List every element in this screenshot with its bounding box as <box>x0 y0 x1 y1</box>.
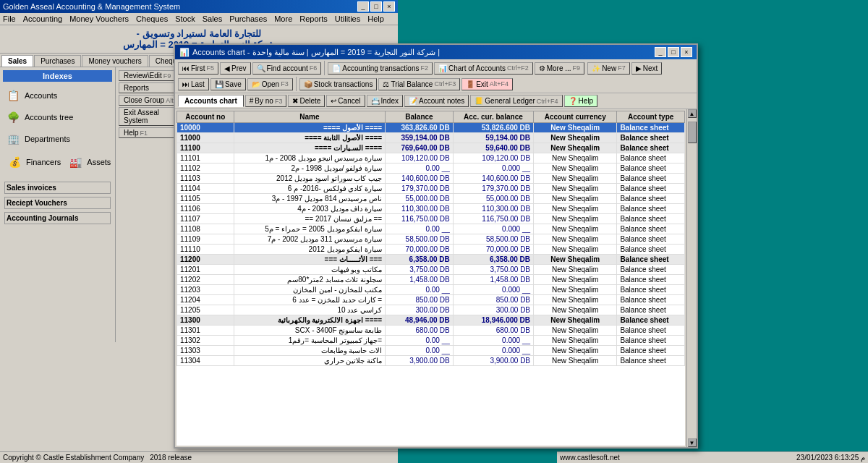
account-notes-button[interactable]: 📝 Account notes <box>404 95 469 107</box>
accounts-table-container[interactable]: Account no Name Balance Acc. cur. balanc… <box>176 111 685 446</box>
more-icon: ⚙ <box>539 64 545 72</box>
open-button[interactable]: 📂 Open F3 <box>247 78 293 90</box>
modal-maximize-button[interactable]: □ <box>668 47 679 57</box>
menu-stock[interactable]: Stock <box>175 14 195 23</box>
table-row[interactable]: 11201مكاتب وبو فيهات3,750.00 DB3,750.00 … <box>177 265 685 275</box>
sidebar-accounts[interactable]: 📋 Accounts <box>3 85 112 106</box>
save-button[interactable]: 💾 Save <box>210 78 246 90</box>
table-cell: سيارة مرسيدس انيجو موديل 2008 - م1 <box>234 153 386 163</box>
table-row[interactable]: 11103جيب كاب سوراتو اسود موديل 2012140,6… <box>177 174 685 184</box>
sidebar-assets[interactable]: 🏭 Assets <box>65 151 112 173</box>
app-title: Golden Asseal Accounting & Management Sy… <box>3 2 180 11</box>
save-icon: 💾 <box>215 80 224 88</box>
cancel-button[interactable]: ↩ Cancel <box>326 95 365 107</box>
table-cell: 680.00 DB <box>453 326 533 336</box>
accounts-chart-label: Accounts chart <box>184 97 237 105</box>
prev-button[interactable]: ◀ Prev <box>220 62 251 75</box>
last-button[interactable]: ⏭ Last <box>178 78 209 90</box>
menu-sales[interactable]: Sales <box>203 14 223 23</box>
table-row[interactable]: 11204= كارات حديد للمخزن = عدد 6850.00 D… <box>177 295 685 305</box>
sidebar-departments[interactable]: 🏢 Departments <box>3 128 112 150</box>
cancel-icon: ↩ <box>331 97 336 105</box>
new-key: F7 <box>618 64 626 72</box>
table-cell: New Sheqalim <box>534 326 617 336</box>
table-cell: 6,358.00 DB <box>386 255 454 265</box>
minimize-button[interactable]: _ <box>357 1 369 12</box>
table-cell: 59,194.00 DB <box>453 133 533 143</box>
table-row[interactable]: 11104سيارة كادي فولكس -2016- م 6179,370.… <box>177 184 685 194</box>
tab-purchases[interactable]: Purchases <box>34 55 81 67</box>
table-row[interactable]: 11300==== اجهزة الالكترونية والكهربائية4… <box>177 315 685 326</box>
table-row[interactable]: 11203مكتب للمخازن - امين المخازن0.00 __0… <box>177 285 685 295</box>
table-row[interactable]: 11202سجلونة ثلاث مسابد 2متر*80سم1,458.00… <box>177 275 685 285</box>
menu-money-vouchers[interactable]: Money Vouchers <box>69 14 129 23</box>
table-row[interactable]: 10000==== الأصول ====363,826.60 DB53,826… <box>177 123 685 133</box>
table-cell: New Sheqalim <box>534 174 617 184</box>
stock-button[interactable]: 📦 Stock transactions <box>299 78 378 90</box>
scroll-track[interactable] <box>688 118 697 438</box>
acc-trans-button[interactable]: 📄 Accounting transactions F2 <box>328 62 433 75</box>
menu-accounting[interactable]: Accounting <box>23 14 62 23</box>
table-row[interactable]: 11110سيارة ايفكو موديل 201270,000.00 DB7… <box>177 245 685 255</box>
acc-trans-icon: 📄 <box>332 64 341 72</box>
table-scrollbar[interactable]: ▲ ▼ <box>686 109 697 447</box>
table-row[interactable]: 11301طابعة ساسونج SCX - 3400F680.00 DB68… <box>177 326 685 336</box>
menu-reports[interactable]: Reports <box>299 14 328 23</box>
scroll-down-button[interactable]: ▼ <box>688 438 697 447</box>
first-button[interactable]: ⏮ First F5 <box>178 62 218 75</box>
scroll-up-button[interactable]: ▲ <box>688 109 697 118</box>
more-button[interactable]: ⚙ More ... F9 <box>535 62 584 75</box>
tab-money-vouchers[interactable]: Money vouchers <box>82 55 148 67</box>
sidebar-accounts-tree[interactable]: 🌳 Accounts tree <box>3 106 112 128</box>
menu-more[interactable]: More <box>274 14 292 23</box>
maximize-button[interactable]: □ <box>370 1 382 12</box>
table-row[interactable]: 11205كراسي عدد 10300.00 DB300.00 DBNew S… <box>177 305 685 315</box>
next-button[interactable]: ▶ Next <box>631 62 663 75</box>
sidebar-financers[interactable]: 💰 Financers <box>4 151 62 173</box>
table-row[interactable]: 11105ناص مرسيدس 814 موديل 1997 - م355,00… <box>177 194 685 204</box>
table-row[interactable]: 11106سيارة داف موديل 2003 - م4110,300.00… <box>177 204 685 214</box>
find-account-button[interactable]: 🔍 Find account F6 <box>252 62 322 75</box>
table-cell: New Sheqalim <box>534 133 617 143</box>
table-cell: Balance sheet <box>617 346 685 356</box>
exit-button[interactable]: 🚪 Exit Alt+F4 <box>461 78 513 90</box>
table-row[interactable]: 11107== مزليق نيسان 2017 ==116,750.00 DB… <box>177 214 685 224</box>
scroll-thumb[interactable] <box>688 122 697 143</box>
new-button[interactable]: ✨ New F7 <box>587 62 630 75</box>
menu-purchases[interactable]: Purchases <box>229 14 267 23</box>
table-row[interactable]: 11303الات حاسبة وطابعات0.00 __0.000 __Ne… <box>177 346 685 356</box>
toolbar-sep-1 <box>324 61 325 75</box>
index-button[interactable]: 📇 Index <box>367 95 403 107</box>
table-row[interactable]: 11304ماكنة جلاتين حراري3,900.00 DB3,900.… <box>177 356 685 366</box>
modal-close-button[interactable]: × <box>681 47 692 57</box>
accounts-tree-label: Accounts tree <box>25 113 73 122</box>
table-row[interactable]: 11109سيارة مرسيدس 311 موديل 2002 - م758,… <box>177 234 685 245</box>
trial-balance-button[interactable]: ⚖ Trial Balance Ctrl+F3 <box>378 78 460 90</box>
help2-button[interactable]: ❓ Help <box>564 95 598 107</box>
table-row[interactable]: 11200=== الأثـــــاث ===6,358.00 DB6,358… <box>177 255 685 265</box>
tab-sales[interactable]: Sales <box>1 55 33 67</box>
menu-cheques[interactable]: Cheques <box>136 14 168 23</box>
modal-title-bar[interactable]: 📊 Accounts chart - شركة النور التجارية =… <box>175 45 697 59</box>
table-row[interactable]: 11108سيارة ايفكو موديل 2005 = حمراء = م5… <box>177 224 685 234</box>
by-no-button[interactable]: # By no F3 <box>245 95 287 107</box>
table-cell: 11304 <box>177 356 234 366</box>
delete-button[interactable]: ✖ Delete <box>288 95 325 107</box>
table-row[interactable]: 11101سيارة مرسيدس انيجو موديل 2008 - م11… <box>177 153 685 163</box>
accounts-chart-tab[interactable]: Accounts chart <box>178 95 244 107</box>
table-row[interactable]: 11302=جهاز كمبيوتر المحاسبة =رقم10.00 __… <box>177 336 685 346</box>
table-row[interactable]: 11102سيارة فولفو /موديل 1998 - م20.00 __… <box>177 163 685 174</box>
close-button[interactable]: × <box>383 1 395 12</box>
desktop: Trial Version Golden Asseal Accounting &… <box>0 0 868 463</box>
menu-help[interactable]: Help <box>367 14 384 23</box>
table-row[interactable]: 11100==== السـيارات ====769,640.00 DB59,… <box>177 143 685 153</box>
table-cell: Balance sheet <box>617 305 685 315</box>
modal-minimize-button[interactable]: _ <box>655 47 666 57</box>
table-cell: 11205 <box>177 305 234 315</box>
table-row[interactable]: 11000==== الأصول الثابتة ====359,194.00 … <box>177 133 685 143</box>
table-cell: New Sheqalim <box>534 153 617 163</box>
chart-button[interactable]: 📊 Chart of Accounts Ctrl+F2 <box>434 62 533 75</box>
general-ledger-button[interactable]: 📒 General Ledger Ctrl+F4 <box>470 95 562 107</box>
menu-file[interactable]: File <box>3 14 16 23</box>
menu-utilities[interactable]: Utilities <box>335 14 360 23</box>
